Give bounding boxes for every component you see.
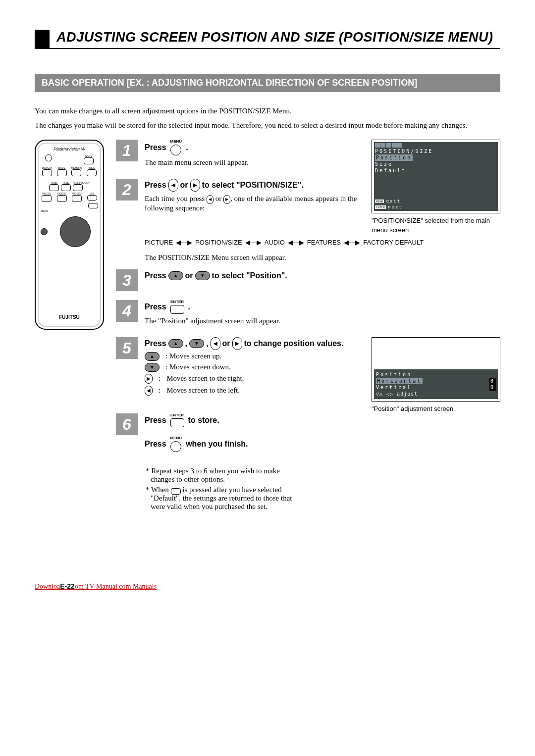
- step-2-or: or: [180, 179, 188, 192]
- remote-video2-label: VIDEO2: [57, 192, 67, 195]
- comma: ,: [185, 337, 187, 350]
- remote-rgb1-button: [49, 184, 59, 191]
- osd1-next: next: [388, 204, 403, 209]
- enter-button-small-icon: [171, 488, 181, 495]
- osd2-box: Position Horizontal0 Vertical0 ▽△ ◁▷ adj…: [372, 337, 500, 402]
- arrow-icon: ◀—▶: [245, 239, 262, 246]
- notes: * Repeat steps 3 to 6 when you wish to m…: [145, 467, 303, 511]
- remote-display-button: [42, 169, 52, 176]
- seq-features: FEATURES: [307, 239, 341, 246]
- section-heading: BASIC OPERATION [EX. : ADJUSTING HORIZON…: [35, 74, 500, 92]
- remote-video1-button: [42, 195, 52, 202]
- step-4-number: 4: [116, 300, 138, 322]
- note-1: * Repeat steps 3 to 6 when you wish to m…: [145, 467, 303, 484]
- right-button-icon: ▶: [190, 179, 200, 192]
- arrow-icon: ◀—▶: [176, 239, 192, 246]
- step-4-text: The "Position" adjustment screen will ap…: [145, 317, 500, 325]
- osd2-horizontal-value: 0: [489, 378, 496, 384]
- step-6-tail2: when you finish.: [186, 438, 248, 451]
- step-1: 1 Press MENU . The main menu screen will: [116, 140, 362, 170]
- step-5-or: or: [222, 337, 230, 350]
- osd2-vertical-value: 0: [489, 384, 496, 391]
- remote-brand-label: Plasmavision W: [36, 147, 103, 151]
- up-button-icon: ▲: [145, 352, 160, 361]
- step-2-text1: Each time you press ◀ or ▶, one of the a…: [145, 195, 362, 212]
- intro-p1: You can make changes to all screen adjus…: [35, 107, 500, 115]
- down-button-icon: ▼: [195, 271, 210, 280]
- osd2-adjust-hint: ▽△ ◁▷ adjust: [376, 391, 496, 397]
- remote-memory-button: [71, 169, 81, 176]
- step-6-press2: Press: [145, 438, 166, 451]
- osd1-column: POSITION/SIZE Position Size Default MENU…: [372, 140, 500, 235]
- seq-audio: AUDIO: [265, 239, 285, 246]
- remote-rgb3-button: [73, 184, 83, 191]
- seq-factory-default: FACTORY DEFAULT: [363, 239, 424, 246]
- osd2-column: Position Horizontal0 Vertical0 ▽△ ◁▷ adj…: [372, 337, 500, 413]
- remote-wide-label: WIDE: [87, 166, 97, 169]
- remote-mode-label: MODE: [57, 166, 67, 169]
- step-6-press1: Press: [145, 414, 166, 427]
- enter-caption: ENTER: [170, 300, 184, 304]
- remote-video3-button: [72, 195, 82, 202]
- menu-caption: MENU: [170, 436, 182, 440]
- step-2-number: 2: [116, 179, 138, 201]
- remote-mode-button: [57, 169, 67, 176]
- osd2-caption: "Position" adjustment screen: [372, 404, 500, 413]
- remote-wide-button: [87, 169, 97, 176]
- remote-display-label: DISPLAY: [42, 166, 53, 169]
- remote-rgb3-label: RGB3/VIDEO4: [73, 181, 89, 184]
- step-1-text: The main menu screen will appear.: [145, 158, 362, 167]
- right-button-small-icon: ▶: [223, 195, 230, 204]
- osd1-box: POSITION/SIZE Position Size Default MENU…: [372, 140, 500, 213]
- remote-mute-button: [84, 157, 94, 164]
- step-6-number: 6: [116, 413, 138, 435]
- note-2: * When is pressed after you have selecte…: [145, 486, 303, 511]
- remote-dpad: [60, 216, 91, 247]
- download-link[interactable]: DownloaE-22om TV-Manual.com Manuals: [35, 583, 157, 590]
- osd1-caption: "POSITION/SIZE" selected from the main m…: [372, 216, 500, 234]
- up-button-icon: ▲: [168, 339, 183, 348]
- step-5-tail: to change position values.: [244, 337, 344, 350]
- arrow-icon: ◀—▶: [288, 239, 304, 246]
- page-number: E-22: [60, 582, 75, 590]
- title-block-decoration: [35, 30, 50, 49]
- osd1-enter-pill: ENTER: [375, 205, 386, 209]
- remote-volup-button: [87, 195, 97, 201]
- seq-picture: PICTURE: [145, 239, 173, 246]
- remote-video2-button: [57, 195, 67, 202]
- remote-rgb2-button: [61, 184, 71, 191]
- step-1-press: Press: [145, 141, 166, 154]
- step-3-press: Press: [145, 269, 166, 282]
- dir-left-text: Moves screen to the left.: [166, 386, 240, 395]
- remote-logo: FUJITSU: [36, 314, 103, 320]
- step-5-number: 5: [116, 337, 138, 359]
- remote-illustration-column: Plasmavision W MUTE DISPLAY MODE MEMORY: [35, 140, 104, 513]
- remote-rgb1-label: RGB1: [49, 181, 59, 184]
- left-button-icon: ◀: [168, 179, 178, 192]
- comma: ,: [206, 337, 208, 350]
- step-5-press: Press: [145, 337, 166, 350]
- menu-sequence: PICTURE ◀—▶ POSITION/SIZE ◀—▶ AUDIO ◀—▶ …: [145, 239, 500, 246]
- osd2-vertical: Vertical: [376, 385, 412, 390]
- menu-caption: MENU: [170, 140, 182, 144]
- seq-position-size: POSITION/SIZE: [195, 239, 242, 246]
- step-6: 6 Press ENTER to store. Press MENU: [116, 413, 500, 452]
- left-button-icon: ◀: [211, 337, 220, 350]
- step-2-press: Press: [145, 179, 166, 192]
- remote-voldown-button: [88, 203, 98, 208]
- left-button-icon: ◀: [145, 386, 153, 396]
- menu-button-icon: MENU: [170, 140, 182, 155]
- step-4-dot: .: [188, 301, 190, 313]
- osd1-item-default: Default: [375, 167, 497, 174]
- page-title-bar: ADJUSTING SCREEN POSITION AND SIZE (POSI…: [35, 30, 500, 49]
- remote-power-button: [45, 154, 52, 161]
- step-3-number: 3: [116, 269, 138, 291]
- enter-button-icon: ENTER: [170, 413, 184, 427]
- remote-rgb2-label: RGB2: [61, 181, 71, 184]
- remote-video3-label: VIDEO3: [72, 192, 82, 195]
- osd2-horizontal: Horizontal: [376, 378, 423, 384]
- intro-text: You can make changes to all screen adjus…: [35, 107, 500, 130]
- step-5: 5 Press ▲, ▼, ◀ or ▶ to change position …: [116, 337, 362, 398]
- page-title: ADJUSTING SCREEN POSITION AND SIZE (POSI…: [50, 30, 500, 49]
- remote-illustration: Plasmavision W MUTE DISPLAY MODE MEMORY: [35, 140, 104, 330]
